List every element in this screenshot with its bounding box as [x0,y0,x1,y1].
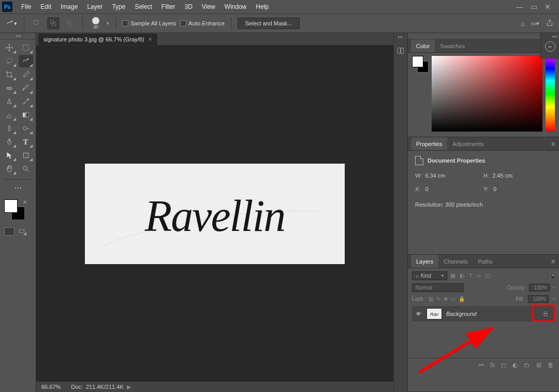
tab-paths[interactable]: Paths [473,255,498,268]
blend-mode-dropdown[interactable]: Normal [412,283,464,292]
foreground-background-swatches[interactable]: ⤭ [4,199,25,220]
filter-type-icon[interactable]: T [469,272,473,279]
color-panel-swatches[interactable] [412,56,429,72]
panel-menu-icon[interactable]: ≡ [547,258,559,265]
new-layer-icon[interactable]: ⊞ [536,361,541,369]
menu-type[interactable]: Type [107,3,130,10]
lock-transparency-icon[interactable]: ▨ [429,296,433,302]
screen-mode-button[interactable] [17,227,27,236]
lasso-tool[interactable] [2,55,17,67]
brush-dropdown-icon[interactable]: ▾ [107,21,109,26]
document-tab[interactable]: signature photo 3.jpg @ 66.7% (Gray/8) × [38,34,157,45]
layer-thumbnail[interactable]: Rav [426,308,442,320]
layer-lock-icon[interactable] [538,307,553,321]
lock-image-icon[interactable]: ✎ [436,296,440,302]
collapsed-panel-icon[interactable] [395,46,406,56]
brush-tool[interactable] [19,82,33,94]
layer-row-background[interactable]: 👁 Rav Background [412,306,555,322]
select-and-mask-button[interactable]: Select and Mask... [238,18,300,29]
expand-handle[interactable]: ◂◂ [552,34,557,39]
layer-filter-kind-dropdown[interactable]: ⌕Kind▾ [412,271,447,280]
layer-group-icon[interactable]: 🗀 [524,361,530,369]
layer-mask-icon[interactable]: ◻ [501,361,506,369]
menu-image[interactable]: Image [56,3,82,10]
menu-edit[interactable]: Edit [36,3,56,10]
lock-artboard-icon[interactable]: ▭ [451,296,455,302]
panel-menu-icon[interactable]: ≡ [547,140,559,148]
tab-layers[interactable]: Layers [411,255,438,268]
fill-input[interactable]: 100% [528,295,549,303]
healing-brush-tool[interactable] [2,82,17,94]
creative-cloud-icon[interactable]: ∞ [545,41,555,52]
close-tab-icon[interactable]: × [149,36,152,43]
tab-swatches[interactable]: Swatches [435,39,470,52]
quick-selection-tool[interactable] [19,55,33,67]
menu-window[interactable]: Window [220,3,252,10]
filter-smartobject-icon[interactable]: ◫ [485,272,490,279]
canvas[interactable]: Ravellin [85,164,345,264]
hue-slider[interactable] [546,56,555,132]
menu-file[interactable]: File [17,3,36,10]
hand-tool[interactable] [2,163,17,175]
delete-layer-icon[interactable]: 🗑 [548,361,554,369]
lock-all-icon[interactable]: 🔒 [459,296,465,302]
visibility-toggle-icon[interactable]: 👁 [414,311,422,317]
foreground-color-swatch[interactable] [4,199,18,213]
filter-toggle[interactable] [551,272,555,280]
layer-effects-icon[interactable]: fx [490,361,495,369]
filter-pixel-icon[interactable]: ▦ [450,272,455,279]
expand-handle[interactable]: ▸▸ [394,34,407,39]
intersect-selection-icon[interactable] [64,17,76,30]
minimize-button[interactable]: — [516,3,523,11]
search-icon[interactable]: ⌕ [521,19,525,27]
fg-swatch[interactable] [412,56,423,67]
clone-stamp-tool[interactable] [2,95,17,108]
marquee-tool[interactable] [19,41,33,54]
brush-preview[interactable]: 30 [92,17,99,30]
opacity-input[interactable]: 100% [529,284,550,292]
history-brush-tool[interactable] [19,95,33,108]
pen-tool[interactable] [2,136,17,148]
blur-tool[interactable] [2,122,17,135]
type-tool[interactable]: T [19,136,33,148]
menu-help[interactable]: Help [251,3,273,10]
gradient-tool[interactable] [19,109,33,121]
dodge-tool[interactable] [19,122,33,135]
layer-name[interactable]: Background [446,311,477,317]
edit-toolbar-icon[interactable]: ⋯ [11,182,25,194]
lock-position-icon[interactable]: ✥ [444,296,448,302]
tab-properties[interactable]: Properties [411,137,447,150]
menu-view[interactable]: View [197,3,220,10]
menu-select[interactable]: Select [130,3,156,10]
menu-3d[interactable]: 3D [180,3,197,10]
eraser-tool[interactable] [2,109,17,121]
subtract-selection-icon[interactable] [47,17,60,30]
maximize-button[interactable]: ▭ [531,3,537,11]
add-selection-icon[interactable] [31,17,43,30]
path-selection-tool[interactable] [2,149,17,162]
link-layers-icon[interactable]: ⚯ [479,361,484,369]
canvas-viewport[interactable]: Ravellin [36,46,393,382]
adjustment-layer-icon[interactable]: ◐ [512,361,518,369]
color-field[interactable] [432,56,542,132]
eyedropper-tool[interactable] [19,68,33,81]
sample-all-layers-checkbox[interactable]: Sample All Layers [122,20,176,26]
menu-filter[interactable]: Filter [157,3,180,10]
standard-mode-button[interactable] [4,227,14,236]
shape-tool[interactable] [19,149,33,162]
tab-adjustments[interactable]: Adjustments [447,137,489,150]
filter-shape-icon[interactable]: ▱ [477,272,481,279]
collapse-handle[interactable]: ▸▸ [408,33,559,39]
filter-adjustment-icon[interactable]: ◐ [460,272,465,279]
collapse-handle[interactable]: ◂◂ [0,33,36,39]
swap-colors-icon[interactable]: ⤭ [23,199,27,205]
share-icon[interactable] [546,19,554,28]
menu-layer[interactable]: Layer [82,3,107,10]
workspace-switcher-icon[interactable]: ▭▾ [531,20,539,27]
tab-channels[interactable]: Channels [438,255,473,268]
auto-enhance-checkbox[interactable]: Auto-Enhance [180,20,225,26]
status-menu-icon[interactable]: ▶ [127,384,131,390]
close-button[interactable]: ✕ [545,3,551,11]
zoom-value[interactable]: 66.67% [41,384,61,390]
current-tool-icon[interactable]: ▾ [5,17,18,30]
